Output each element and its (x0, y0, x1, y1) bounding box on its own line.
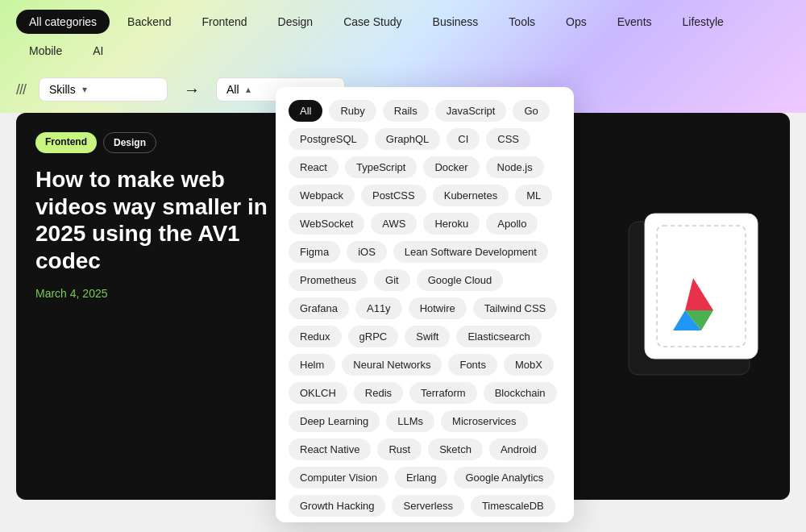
skill-tag-node.js[interactable]: Node.js (486, 156, 544, 178)
arrow-right-icon: → (184, 81, 200, 99)
skill-tag-websocket[interactable]: WebSocket (289, 213, 364, 235)
skill-tag-react-native[interactable]: React Native (289, 438, 371, 460)
skill-tag-webpack[interactable]: Webpack (289, 185, 355, 206)
nav-all-categories[interactable]: All categories (16, 10, 110, 34)
article-visual (613, 206, 774, 407)
nav-design[interactable]: Design (265, 10, 326, 34)
skill-tag-computer-vision[interactable]: Computer Vision (289, 467, 388, 488)
nav-mobile[interactable]: Mobile (16, 39, 75, 63)
nav-lifestyle[interactable]: Lifestyle (670, 10, 737, 34)
skill-tag-grafana[interactable]: Grafana (289, 297, 349, 319)
skill-tag-erlang[interactable]: Erlang (395, 467, 448, 488)
skill-tag-prometheus[interactable]: Prometheus (289, 269, 368, 291)
skill-tag-microservices[interactable]: Microservices (441, 410, 527, 432)
tag-design[interactable]: Design (103, 132, 156, 153)
nav-tools[interactable]: Tools (496, 10, 548, 34)
skill-tag-a11y[interactable]: A11y (355, 297, 402, 319)
skill-tag-fonts[interactable]: Fonts (448, 354, 497, 376)
skill-tag-graphql[interactable]: GraphQL (375, 128, 440, 150)
nav-business[interactable]: Business (420, 10, 492, 34)
skills-label: Skills (49, 83, 76, 96)
skill-tag-heroku[interactable]: Heroku (423, 213, 480, 235)
skill-tag-postcss[interactable]: PostCSS (361, 185, 426, 206)
skill-tag-oklch[interactable]: OKLCH (289, 382, 347, 404)
logo-icon: /// (16, 81, 26, 98)
skill-tag-redis[interactable]: Redis (354, 382, 403, 404)
skill-tag-blockchain[interactable]: Blockchain (484, 382, 557, 404)
skill-tag-go[interactable]: Go (513, 100, 549, 122)
skill-tag-android[interactable]: Android (489, 438, 548, 460)
top-nav: All categories Backend Frontend Design C… (0, 0, 806, 73)
tag-frontend[interactable]: Frontend (35, 132, 97, 153)
skill-tag-rust[interactable]: Rust (377, 438, 422, 460)
nav-events[interactable]: Events (604, 10, 665, 34)
skill-tags-container: AllRubyRailsJavaScriptGoPostgreSQLGraphQ… (289, 100, 561, 522)
skill-tag-neural-networks[interactable]: Neural Networks (342, 354, 442, 376)
nav-ai[interactable]: AI (80, 39, 116, 63)
skill-tag-serverless[interactable]: Serverless (392, 495, 463, 517)
all-filter-label: All (226, 83, 239, 96)
skill-tag-css[interactable]: CSS (486, 128, 530, 150)
skill-tag-google-cloud[interactable]: Google Cloud (417, 269, 504, 291)
skill-tag-llms[interactable]: LLMs (386, 410, 434, 432)
skill-tag-typescript[interactable]: TypeScript (345, 156, 417, 178)
skill-tag-growth-hacking[interactable]: Growth Hacking (289, 495, 385, 517)
chevron-down-icon: ▾ (82, 84, 87, 95)
skill-tag-ruby[interactable]: Ruby (329, 100, 376, 122)
chevron-up-icon: ▴ (246, 84, 251, 95)
article-illustration (613, 206, 774, 407)
nav-ops[interactable]: Ops (553, 10, 600, 34)
skill-tag-kubernetes[interactable]: Kubernetes (433, 185, 509, 206)
skill-tag-aws[interactable]: AWS (371, 213, 417, 235)
skill-tag-ml[interactable]: ML (515, 185, 552, 206)
skills-dropdown-panel: AllRubyRailsJavaScriptGoPostgreSQLGraphQ… (276, 87, 574, 522)
skill-tag-swift[interactable]: Swift (405, 326, 450, 347)
nav-frontend[interactable]: Frontend (189, 10, 260, 34)
skill-tag-sketch[interactable]: Sketch (428, 438, 483, 460)
skill-tag-postgresql[interactable]: PostgreSQL (289, 128, 368, 150)
skill-tag-terraform[interactable]: Terraform (409, 382, 477, 404)
skill-tag-grpc[interactable]: gRPC (348, 326, 399, 347)
skill-tag-deep-learning[interactable]: Deep Learning (289, 410, 380, 432)
skill-tag-tailwind-css[interactable]: Tailwind CSS (473, 297, 558, 319)
skill-tag-mobx[interactable]: MobX (504, 354, 554, 376)
skill-tag-lean-software-development[interactable]: Lean Software Development (393, 241, 548, 263)
skill-tag-helm[interactable]: Helm (289, 354, 335, 376)
skill-tag-all[interactable]: All (289, 100, 322, 122)
skill-tag-figma[interactable]: Figma (289, 241, 340, 263)
skill-tag-ios[interactable]: iOS (347, 241, 387, 263)
skill-tag-elasticsearch[interactable]: Elasticsearch (456, 326, 541, 347)
nav-backend[interactable]: Backend (114, 10, 184, 34)
skill-tag-google-analytics[interactable]: Google Analytics (454, 467, 555, 488)
skill-tag-hotwire[interactable]: Hotwire (409, 297, 467, 319)
skill-tag-rails[interactable]: Rails (383, 100, 429, 122)
skill-tag-javascript[interactable]: JavaScript (435, 100, 507, 122)
article-title: How to make web videos way smaller in 20… (35, 166, 277, 274)
skill-tag-git[interactable]: Git (374, 269, 410, 291)
skill-tag-apollo[interactable]: Apollo (486, 213, 538, 235)
skills-dropdown[interactable]: Skills ▾ (39, 77, 168, 102)
nav-case-study[interactable]: Case Study (330, 10, 414, 34)
skill-tag-react[interactable]: React (289, 156, 339, 178)
skill-tag-ci[interactable]: CI (447, 128, 480, 150)
skill-tag-timescaledb[interactable]: TimescaleDB (471, 495, 555, 517)
skill-tag-docker[interactable]: Docker (423, 156, 479, 178)
skill-tag-redux[interactable]: Redux (289, 326, 342, 347)
svg-rect-1 (645, 214, 758, 359)
